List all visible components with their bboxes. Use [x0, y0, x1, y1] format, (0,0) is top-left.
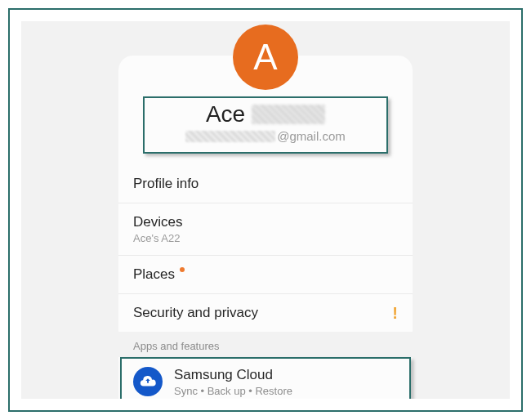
samsung-cloud-sub: Sync • Back up • Restore — [174, 385, 292, 397]
redacted-email-local — [185, 131, 275, 142]
account-screen: A Ace @gmail.com Profile info — [118, 21, 413, 399]
account-name: Ace — [206, 101, 245, 127]
account-name-box[interactable]: Ace @gmail.com — [143, 96, 388, 154]
samsung-cloud-title: Samsung Cloud — [174, 367, 292, 383]
row-profile-info[interactable]: Profile info — [118, 165, 413, 203]
screenshot-area: A Ace @gmail.com Profile info — [21, 21, 510, 399]
row-title: Devices — [133, 214, 398, 230]
row-title: Profile info — [133, 176, 398, 192]
avatar[interactable]: A — [233, 25, 298, 90]
account-email-domain: @gmail.com — [277, 129, 346, 143]
account-card: Ace @gmail.com Profile info Devices Ace'… — [118, 56, 413, 399]
notification-dot-icon — [180, 267, 185, 272]
row-security-privacy[interactable]: Security and privacy ! — [118, 293, 413, 332]
row-places[interactable]: Places — [118, 255, 413, 293]
outer-frame: A Ace @gmail.com Profile info — [8, 8, 523, 412]
row-title: Places — [133, 266, 175, 282]
warning-icon: ! — [392, 303, 398, 322]
avatar-initial: A — [253, 37, 277, 78]
row-title: Security and privacy — [133, 305, 398, 321]
row-subtitle: Ace's A22 — [133, 232, 398, 244]
section-header-apps: Apps and features — [118, 332, 413, 357]
row-samsung-cloud[interactable]: Samsung Cloud Sync • Back up • Restore — [120, 357, 411, 400]
redacted-lastname — [252, 105, 325, 124]
row-devices[interactable]: Devices Ace's A22 — [118, 203, 413, 255]
samsung-cloud-icon — [133, 367, 163, 396]
